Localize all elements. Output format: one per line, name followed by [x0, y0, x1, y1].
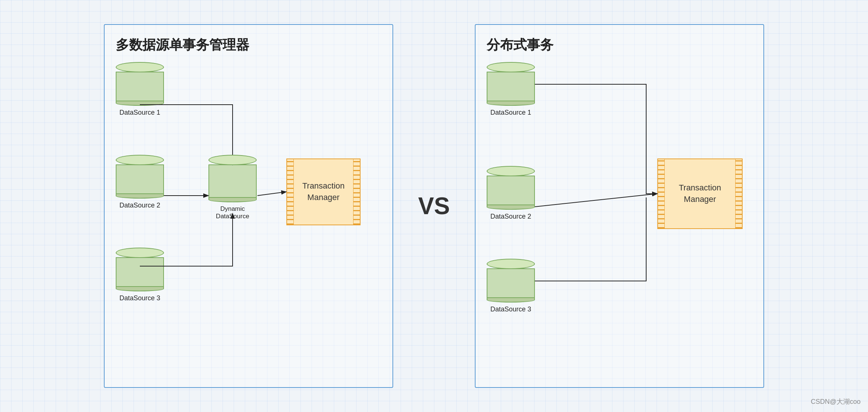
- left-ds1-label: DataSource 1: [119, 109, 160, 117]
- left-ds2-label: DataSource 2: [119, 202, 160, 209]
- cyl-top: [487, 62, 535, 72]
- cyl-bottom: [487, 205, 535, 210]
- right-ds2-label: DataSource 2: [490, 213, 531, 220]
- svg-line-2: [535, 194, 657, 207]
- cyl-bottom: [208, 197, 257, 202]
- right-ds1: DataSource 1: [487, 62, 535, 117]
- cyl-body: [487, 268, 535, 298]
- cyl-bottom: [116, 286, 164, 291]
- cyl-body: [116, 257, 164, 287]
- right-ds2: DataSource 2: [487, 166, 535, 220]
- tm-stripes-left: [287, 159, 294, 225]
- cyl-body: [487, 72, 535, 101]
- tm-stripes-right: [353, 159, 360, 225]
- left-ds1: DataSource 1: [116, 62, 164, 117]
- cyl-body: [116, 164, 164, 194]
- right-tm-label: TransactionManager: [679, 182, 721, 205]
- cyl-bottom: [116, 193, 164, 199]
- tm-stripes-left: [658, 159, 665, 228]
- watermark: CSDN@大湖coo: [811, 397, 861, 406]
- left-ds3: DataSource 3: [116, 248, 164, 302]
- cyl-top: [116, 155, 164, 165]
- left-diagram: 多数据源单事务管理器 DataSource 1 DataSource 2 Dat…: [104, 24, 393, 388]
- tm-stripes-right: [735, 159, 742, 228]
- right-ds1-label: DataSource 1: [490, 109, 531, 117]
- right-ds3-label: DataSource 3: [490, 305, 531, 313]
- cyl-top: [116, 248, 164, 258]
- vs-label: VS: [415, 192, 453, 220]
- right-tm-box: TransactionManager: [657, 158, 743, 229]
- cyl-top: [208, 155, 257, 165]
- left-tm-box: TransactionManager: [286, 158, 361, 225]
- left-ds3-label: DataSource 3: [119, 294, 160, 302]
- left-ds2: DataSource 2: [116, 155, 164, 209]
- cyl-body: [208, 164, 257, 198]
- cyl-top: [116, 62, 164, 72]
- cyl-bottom: [487, 101, 535, 106]
- svg-line-1: [257, 192, 286, 196]
- main-container: 多数据源单事务管理器 DataSource 1 DataSource 2 Dat…: [0, 0, 868, 412]
- left-tm-label: TransactionManager: [302, 180, 345, 203]
- cyl-body: [487, 176, 535, 205]
- right-title: 分布式事务: [487, 36, 752, 54]
- left-dynamic-ds: DynamicDataSource: [208, 155, 257, 220]
- right-diagram: 分布式事务 DataSource 1 DataSource 2 DataSour…: [475, 24, 764, 388]
- left-title: 多数据源单事务管理器: [116, 36, 381, 54]
- right-ds3: DataSource 3: [487, 259, 535, 313]
- cyl-bottom: [116, 101, 164, 106]
- cyl-body: [116, 72, 164, 101]
- left-dynamic-label: DynamicDataSource: [216, 205, 249, 220]
- cyl-bottom: [487, 297, 535, 303]
- cyl-top: [487, 166, 535, 176]
- cyl-top: [487, 259, 535, 269]
